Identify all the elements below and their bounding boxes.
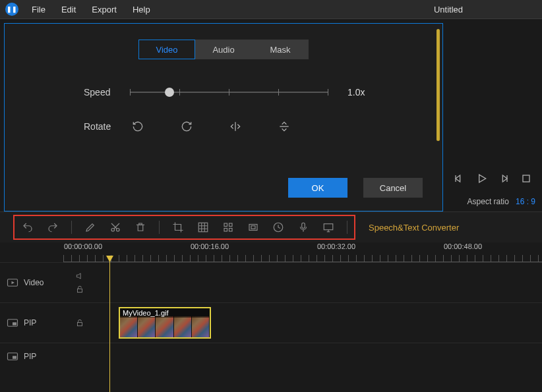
pip-track-icon (7, 352, 18, 361)
svg-rect-7 (229, 229, 233, 232)
edit-icon[interactable] (84, 221, 97, 234)
rotate-label: Rotate (84, 121, 130, 132)
tab-mask[interactable]: Mask (252, 40, 309, 59)
preview-column: Aspect ratio 16 : 9 (443, 19, 542, 211)
delete-icon[interactable] (134, 221, 147, 234)
speed-slider[interactable] (130, 86, 328, 99)
flip-horizontal-icon[interactable] (227, 119, 243, 134)
rotate-ccw-icon[interactable] (130, 119, 146, 134)
app-logo-icon: ❚❚ (5, 3, 18, 16)
timecode: 00:00:16.00 (191, 242, 229, 250)
svg-rect-3 (198, 223, 208, 232)
next-frame-icon[interactable] (497, 172, 510, 188)
speech-text-converter-link[interactable]: Speech&Text Converter (369, 223, 459, 233)
rotate-cw-icon[interactable] (179, 119, 195, 134)
svg-rect-16 (13, 322, 16, 325)
aspect-ratio-label: Aspect ratio (467, 197, 509, 206)
track-label: Video (24, 278, 44, 287)
mosaic-icon[interactable] (196, 221, 210, 234)
svg-rect-12 (324, 224, 333, 230)
clip-title: MyVideo_1.gif (120, 308, 210, 318)
divider (159, 221, 160, 234)
menu-edit[interactable]: Edit (53, 5, 84, 14)
lock-icon[interactable] (75, 318, 84, 327)
undo-icon[interactable] (21, 221, 34, 234)
divider (71, 221, 72, 234)
track-pip: PIP MyVideo_1.gif (0, 302, 542, 343)
play-icon[interactable] (475, 172, 488, 188)
pip-track-icon (7, 318, 18, 327)
track-body[interactable] (90, 343, 542, 370)
ok-button[interactable]: OK (288, 178, 347, 198)
time-icon[interactable] (272, 221, 285, 234)
cancel-button[interactable]: Cancel (363, 178, 423, 198)
timecode: 00:00:32.00 (317, 242, 355, 250)
svg-rect-9 (251, 226, 255, 229)
timeline-clip[interactable]: MyVideo_1.gif (119, 307, 211, 339)
svg-rect-4 (224, 223, 227, 227)
track-pip: PIP (0, 343, 542, 370)
properties-panel: Video Audio Mask Speed 1.0x Rotate (4, 23, 443, 211)
svg-rect-6 (224, 229, 227, 232)
svg-rect-0 (523, 175, 529, 182)
edit-toolbox (13, 215, 355, 240)
crop-icon[interactable] (171, 221, 185, 234)
svg-rect-5 (229, 223, 233, 227)
zoom-icon[interactable] (247, 221, 260, 234)
speed-value: 1.0x (347, 87, 365, 98)
redo-icon[interactable] (46, 221, 59, 234)
svg-rect-17 (78, 322, 82, 325)
video-track-icon (7, 278, 18, 287)
speed-label: Speed (84, 87, 130, 98)
playhead[interactable] (109, 258, 110, 392)
screen-record-icon[interactable] (322, 221, 335, 234)
menubar: ❚❚ File Edit Export Help Untitled (0, 0, 542, 19)
track-body[interactable] (90, 263, 542, 302)
track-label: PIP (24, 318, 36, 327)
aspect-ratio-value[interactable]: 16 : 9 (516, 197, 535, 206)
svg-rect-11 (302, 223, 305, 228)
voiceover-icon[interactable] (297, 221, 310, 234)
menu-help[interactable]: Help (125, 5, 158, 14)
lock-icon[interactable] (75, 285, 84, 294)
tab-audio[interactable]: Audio (195, 40, 252, 59)
menu-export[interactable]: Export (84, 5, 125, 14)
track-video: Video (0, 262, 542, 302)
grid-icon[interactable] (222, 221, 235, 234)
track-body[interactable]: MyVideo_1.gif (90, 303, 542, 343)
panel-scrollbar[interactable] (437, 29, 440, 141)
cut-icon[interactable] (109, 221, 122, 234)
menu-file[interactable]: File (24, 5, 53, 14)
document-title: Untitled (434, 5, 463, 14)
tab-video[interactable]: Video (138, 40, 195, 59)
volume-icon[interactable] (75, 271, 84, 281)
timeline: 00:00:00.00 00:00:16.00 00:00:32.00 00:0… (0, 242, 542, 392)
svg-rect-14 (78, 289, 82, 292)
divider (347, 221, 347, 234)
timeline-ruler[interactable]: 00:00:00.00 00:00:16.00 00:00:32.00 00:0… (63, 242, 542, 262)
timecode: 00:00:48.00 (444, 242, 482, 250)
track-label: PIP (24, 352, 36, 361)
timecode: 00:00:00.00 (64, 242, 102, 250)
prev-frame-icon[interactable] (452, 172, 466, 188)
svg-rect-19 (13, 356, 16, 359)
svg-rect-8 (249, 225, 257, 231)
stop-icon[interactable] (520, 172, 533, 188)
flip-vertical-icon[interactable] (276, 119, 292, 134)
